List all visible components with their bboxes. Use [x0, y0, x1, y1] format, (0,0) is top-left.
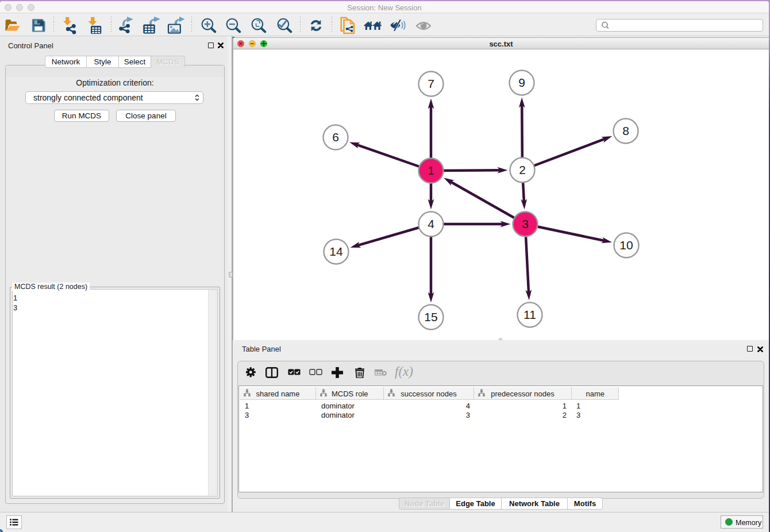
svg-text:14: 14: [329, 245, 343, 258]
svg-text:8: 8: [622, 124, 629, 137]
svg-text:15: 15: [424, 310, 437, 323]
svg-text:11: 11: [523, 308, 536, 321]
svg-text:9: 9: [518, 76, 525, 89]
svg-text:6: 6: [332, 130, 339, 144]
svg-text:10: 10: [619, 238, 633, 252]
svg-text:3: 3: [522, 217, 529, 230]
svg-text:7: 7: [428, 77, 434, 90]
svg-text:2: 2: [519, 163, 526, 176]
svg-text:4: 4: [428, 217, 434, 230]
svg-text:1: 1: [428, 164, 434, 177]
